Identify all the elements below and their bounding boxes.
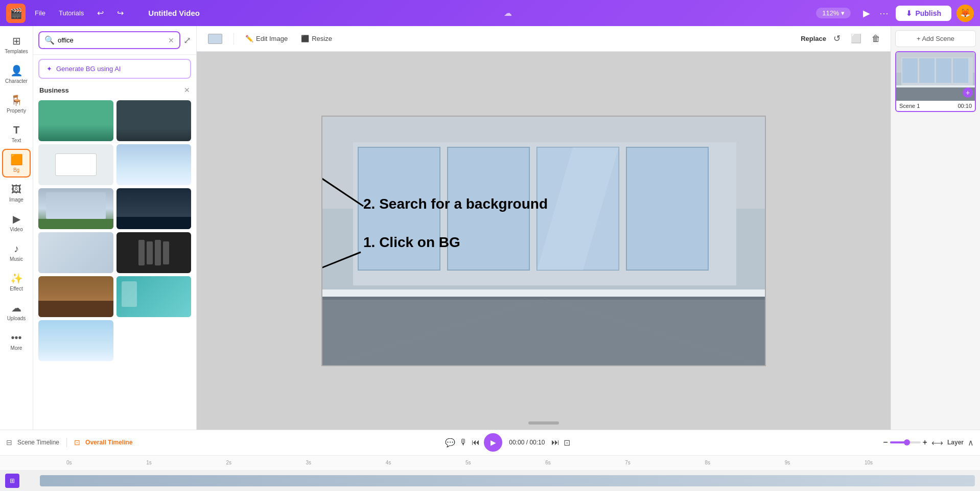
current-scene-thumb-btn[interactable] — [204, 31, 226, 47]
bg-thumb-2[interactable] — [116, 100, 192, 141]
ruler-5s: 5s — [465, 460, 545, 465]
timeline-right-controls: − + ⟷ Layer ∧ — [883, 438, 974, 448]
share-btn[interactable]: ⋯ — [877, 6, 891, 21]
scenes-panel: + Add Scene Scene 1 00:10 + — [891, 26, 980, 430]
clear-search-btn[interactable]: ✕ — [168, 36, 174, 44]
captions-btn[interactable]: ⊡ — [564, 438, 570, 448]
play-preview-btn[interactable]: ▶ — [861, 6, 872, 21]
canvas-viewport[interactable]: 2. Search for a background 1. Click on B… — [197, 52, 891, 430]
bg-thumb-5[interactable] — [38, 188, 113, 229]
collapse-timeline-btn[interactable]: ∧ — [968, 438, 974, 448]
sidebar-item-templates[interactable]: ⊞ Templates — [2, 30, 31, 59]
layer-btn[interactable]: Layer — [947, 439, 964, 446]
timeline-controls: ⊟ Scene Timeline ⊡ Overall Timeline 💬 🎙 … — [0, 430, 980, 456]
sidebar-item-music[interactable]: ♪ Music — [2, 238, 31, 266]
generate-bg-ai-btn[interactable]: ✦ Generate BG using AI — [38, 59, 191, 79]
text-label: Text — [12, 138, 21, 143]
section-close-btn[interactable]: ✕ — [184, 86, 190, 94]
play-pause-btn[interactable]: ▶ — [484, 433, 502, 452]
add-scene-btn[interactable]: + Add Scene — [895, 30, 976, 47]
app-logo[interactable]: 🎬 — [6, 4, 26, 23]
sidebar-item-effect[interactable]: ✨ Effect — [2, 267, 31, 296]
subtitle-btn[interactable]: 💬 — [445, 438, 455, 448]
next-scene-btn[interactable]: ⏭ — [551, 438, 559, 447]
sidebar-item-image[interactable]: 🖼 Image — [2, 178, 31, 207]
bg-thumb-10[interactable] — [116, 276, 192, 317]
zoom-value: 112% — [822, 9, 839, 17]
annotation-search-text: 2. Search for a background — [363, 196, 548, 212]
sidebar-item-text[interactable]: T Text — [2, 119, 31, 148]
bg-thumb-7[interactable] — [38, 232, 113, 273]
split-view-btn[interactable]: ⬜ — [848, 31, 865, 46]
timeline-area: ⊟ Scene Timeline ⊡ Overall Timeline 💬 🎙 … — [0, 430, 980, 491]
uploads-icon: ☁ — [11, 302, 21, 314]
edit-image-btn[interactable]: ✏️ Edit Image — [241, 32, 292, 45]
video-label: Video — [10, 227, 22, 232]
bg-thumb-8[interactable] — [116, 232, 192, 273]
avatar[interactable]: 🦊 — [956, 5, 974, 22]
undo-btn[interactable]: ↩ — [93, 6, 108, 20]
timeline-tab-divider — [66, 438, 67, 447]
bg-thumb-3[interactable] — [38, 144, 113, 185]
file-menu[interactable]: File — [31, 7, 50, 19]
cloud-icon: ☁ — [504, 8, 512, 18]
sidebar-item-character[interactable]: 👤 Character — [2, 60, 31, 88]
download-icon: ⬇ — [906, 9, 912, 17]
timeline-bar[interactable] — [40, 475, 975, 486]
music-icon: ♪ — [14, 243, 19, 255]
prev-scene-btn[interactable]: ⏮ — [472, 438, 480, 447]
resize-btn[interactable]: ⬛ Resize — [297, 32, 336, 45]
canvas-toolbar: ✏️ Edit Image ⬛ Resize Replace ↺ ⬜ 🗑 — [197, 26, 891, 52]
ai-sparkle-icon: ✦ — [46, 65, 52, 73]
bg-thumb-6[interactable] — [116, 188, 192, 229]
bg-panel: 🔍 ✕ ⤢ ✦ Generate BG using AI Business ✕ — [33, 26, 197, 430]
section-header: Business ✕ — [33, 83, 196, 97]
canvas-frame: 2. Search for a background 1. Click on B… — [321, 116, 766, 366]
svg-rect-12 — [626, 147, 708, 270]
timeline-ruler: 0s 1s 2s 3s 4s 5s 6s 7s 8s 9s 10s — [0, 456, 980, 471]
sidebar-item-uploads[interactable]: ☁ Uploads — [2, 297, 31, 326]
bg-thumb-1[interactable] — [38, 100, 113, 141]
scroll-handle — [528, 421, 559, 425]
playback-controls: 💬 🎙 ⏮ ▶ 00:00 / 00:10 ⏭ ⊡ — [445, 433, 570, 452]
character-label: Character — [5, 78, 28, 84]
scene-add-plus-btn[interactable]: + — [963, 87, 973, 98]
bg-thumb-9[interactable] — [38, 276, 113, 317]
search-icon: 🔍 — [44, 35, 55, 45]
sidebar-item-more[interactable]: ••• More — [2, 327, 31, 355]
redo-btn[interactable]: ↪ — [113, 6, 128, 20]
search-input[interactable] — [58, 36, 165, 44]
templates-label: Templates — [5, 49, 28, 54]
zoom-in-icon: + — [923, 438, 927, 447]
publish-btn[interactable]: ⬇ Publish — [896, 6, 951, 21]
replace-btn[interactable]: Replace — [801, 35, 826, 42]
sidebar-item-bg[interactable]: 🟧 Bg — [2, 149, 31, 177]
ruler-6s: 6s — [545, 460, 625, 465]
section-title: Business — [39, 86, 69, 94]
tutorials-menu[interactable]: Tutorials — [55, 7, 88, 19]
refresh-btn[interactable]: ↺ — [830, 31, 844, 46]
music-label: Music — [10, 256, 23, 262]
fit-btn[interactable]: ⟷ — [931, 438, 943, 448]
image-icon: 🖼 — [11, 184, 21, 195]
bg-label: Bg — [13, 167, 19, 173]
bg-thumb-4[interactable] — [116, 144, 192, 185]
sidebar-item-video[interactable]: ▶ Video — [2, 208, 31, 237]
expand-panel-btn[interactable]: ⤢ — [183, 35, 191, 46]
bg-thumb-11[interactable] — [38, 320, 113, 361]
svg-rect-29 — [936, 58, 951, 83]
uploads-label: Uploads — [7, 316, 26, 321]
character-icon: 👤 — [10, 64, 23, 77]
toolbar-right: Replace ↺ ⬜ 🗑 — [801, 31, 883, 46]
ruler-9s: 9s — [785, 460, 865, 465]
toolbar-sep-1 — [234, 33, 234, 44]
scene-1-label: Scene 1 — [899, 103, 920, 109]
scene-timeline-tab[interactable]: Scene Timeline — [17, 439, 59, 446]
sidebar-item-property[interactable]: 🪑 Property — [2, 90, 31, 118]
scene-card-1[interactable]: Scene 1 00:10 + — [895, 51, 976, 112]
delete-btn[interactable]: 🗑 — [869, 32, 883, 46]
zoom-slider[interactable]: − + — [883, 438, 927, 447]
zoom-control[interactable]: 112% ▾ — [816, 8, 851, 18]
mic-btn[interactable]: 🎙 — [459, 438, 468, 447]
overall-timeline-tab[interactable]: Overall Timeline — [85, 439, 133, 446]
